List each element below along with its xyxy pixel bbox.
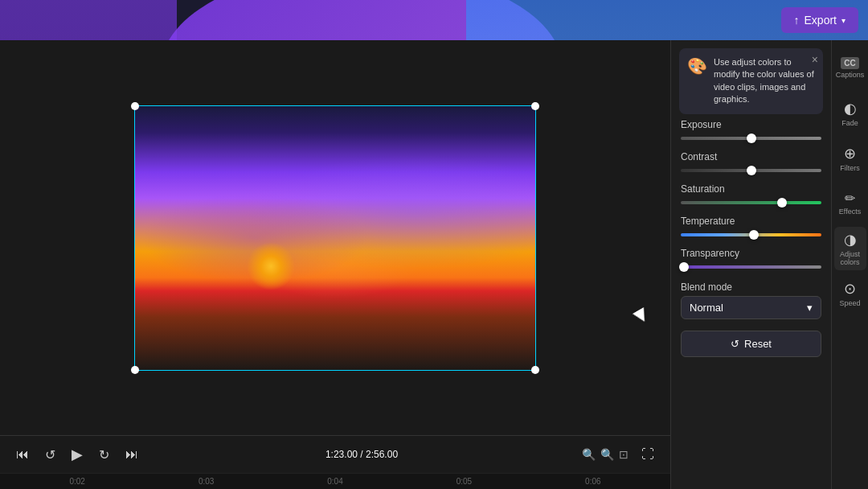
- tick-0:02: 0:02: [13, 477, 141, 486]
- captions-label: Captions: [836, 72, 865, 80]
- right-panel: 🎨 Use adjust colors to modify the color …: [670, 40, 831, 489]
- blend-mode-chevron-icon: ▾: [807, 302, 813, 314]
- blend-mode-label: Blend mode: [681, 281, 821, 293]
- controls-bar: ⏮ ↺ ▶ ↻ ⏭ 1:23.00 / 2:56.00: [0, 435, 670, 473]
- fade-icon: ◐: [844, 100, 857, 117]
- tooltip-close-button[interactable]: ×: [812, 53, 818, 66]
- zoom-out-button[interactable]: 🔍: [582, 448, 596, 461]
- blend-mode-select[interactable]: Normal ▾: [681, 296, 821, 319]
- fit-zoom-icon: ⊡: [619, 448, 628, 461]
- video-panel: ⏮ ↺ ▶ ↻ ⏭ 1:23.00 / 2:56.00: [0, 40, 670, 489]
- filters-label: Filters: [840, 165, 860, 173]
- tick-marks: 0:02 0:03 0:04 0:05 0:06: [13, 477, 657, 486]
- tick-0:05: 0:05: [399, 477, 528, 486]
- filters-icon: ⊕: [844, 145, 856, 162]
- corner-handle-tr[interactable]: [531, 102, 539, 110]
- tooltip-banner: 🎨 Use adjust colors to modify the color …: [679, 48, 823, 114]
- blend-mode-value: Normal: [690, 302, 723, 314]
- sidebar-item-effects[interactable]: ✏ Effects: [834, 182, 866, 225]
- sidebar-item-adjust-colors[interactable]: ◑ Adjust colors: [834, 227, 866, 270]
- tick-0:06: 0:06: [529, 477, 657, 486]
- sliders-section: Exposure Contrast: [671, 119, 831, 277]
- skip-back-button[interactable]: ⏮: [13, 444, 32, 465]
- export-label: Export: [805, 14, 837, 27]
- effects-icon: ✏: [845, 191, 855, 206]
- fullscreen-icon: ⛶: [641, 447, 654, 462]
- adjust-colors-label: Adjust colors: [837, 251, 863, 267]
- speed-icon: ⊙: [844, 280, 856, 298]
- corner-handle-br[interactable]: [531, 366, 539, 374]
- video-preview: [0, 40, 670, 435]
- time-current: 1:23.00: [326, 449, 358, 460]
- replay-icon: ↺: [45, 447, 55, 462]
- zoom-in-icon: 🔍: [600, 448, 614, 461]
- replay-button[interactable]: ↺: [42, 444, 59, 466]
- speed-label: Speed: [839, 300, 860, 308]
- temperature-row: Temperature: [681, 216, 821, 240]
- export-button[interactable]: ↑ Export ▾: [781, 7, 858, 33]
- right-sidebar: CC Captions ◐ Fade ⊕ Filters ✏ Effects ◑…: [831, 40, 868, 489]
- adjust-colors-icon: ◑: [844, 231, 857, 249]
- sidebar-item-fade[interactable]: ◐ Fade: [834, 92, 866, 135]
- content-area: ⏮ ↺ ▶ ↻ ⏭ 1:23.00 / 2:56.00: [0, 40, 868, 489]
- blend-section: Blend mode Normal ▾: [671, 277, 831, 324]
- saturation-row: Saturation: [681, 183, 821, 208]
- corner-handle-bl[interactable]: [131, 366, 139, 374]
- top-bar: ↑ Export ▾: [0, 0, 868, 40]
- zoom-controls: 🔍 🔍 ⊡: [582, 448, 628, 461]
- contrast-row: Contrast: [681, 151, 821, 175]
- effects-label: Effects: [839, 208, 861, 216]
- tooltip-text: Use adjust colors to modify the color va…: [714, 56, 815, 106]
- exposure-row: Exposure: [681, 119, 821, 143]
- forward-button[interactable]: ↻: [96, 444, 113, 466]
- skip-forward-icon: ⏭: [125, 447, 138, 462]
- skip-forward-button[interactable]: ⏭: [122, 444, 141, 465]
- export-icon: ↑: [794, 14, 800, 27]
- video-placeholder: [135, 106, 535, 370]
- time-separator: /: [360, 449, 362, 460]
- tick-0:04: 0:04: [271, 477, 399, 486]
- captions-icon: CC: [841, 57, 858, 69]
- transparency-row: Transparency: [681, 248, 821, 272]
- reset-section: ↺ Reset: [671, 324, 831, 364]
- time-display: 1:23.00 / 2:56.00: [326, 449, 398, 460]
- reset-label: Reset: [744, 338, 772, 350]
- chevron-down-icon: ▾: [841, 16, 845, 25]
- reset-button[interactable]: ↺ Reset: [681, 331, 821, 357]
- tick-0:03: 0:03: [141, 477, 270, 486]
- play-button[interactable]: ▶: [68, 442, 86, 466]
- fit-zoom-button[interactable]: ⊡: [619, 448, 628, 461]
- sidebar-item-speed[interactable]: ⊙ Speed: [834, 272, 866, 315]
- play-icon: ▶: [72, 446, 83, 463]
- zoom-in-button[interactable]: 🔍: [600, 448, 614, 461]
- tick-row: 0:02 0:03 0:04 0:05 0:06: [0, 473, 670, 489]
- skip-back-icon: ⏮: [16, 447, 29, 462]
- sidebar-item-captions[interactable]: CC Captions: [834, 47, 866, 90]
- time-total: 2:56.00: [366, 449, 398, 460]
- video-canvas: [134, 105, 536, 371]
- sidebar-item-filters[interactable]: ⊕ Filters: [834, 137, 866, 180]
- forward-icon: ↻: [99, 447, 109, 462]
- reset-icon: ↺: [731, 338, 739, 350]
- corner-handle-tl[interactable]: [131, 102, 139, 110]
- zoom-out-icon: 🔍: [582, 448, 596, 461]
- tooltip-emoji: 🎨: [687, 56, 707, 76]
- fade-label: Fade: [841, 120, 858, 128]
- fullscreen-button[interactable]: ⛶: [638, 444, 657, 465]
